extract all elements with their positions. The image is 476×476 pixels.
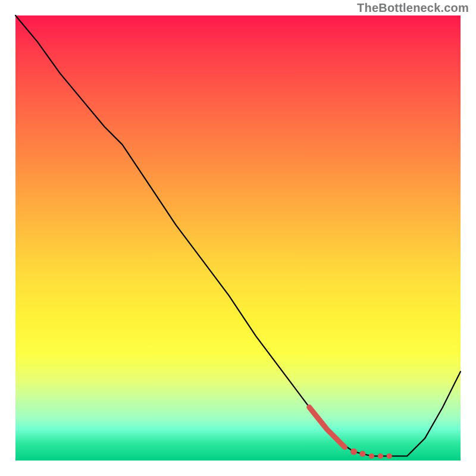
highlight-dot — [369, 453, 374, 459]
watermark-text: TheBottleneck.com — [357, 1, 469, 15]
highlight-dot — [378, 453, 383, 459]
highlight-dots — [350, 449, 392, 459]
highlight-dot — [350, 449, 357, 455]
highlight-dot — [387, 453, 392, 459]
highlight-segment — [309, 407, 345, 447]
bottleneck-curve — [15, 15, 461, 456]
highlight-dot — [359, 451, 365, 457]
chart-canvas: TheBottleneck.com — [0, 0, 476, 476]
chart-svg — [15, 15, 461, 461]
